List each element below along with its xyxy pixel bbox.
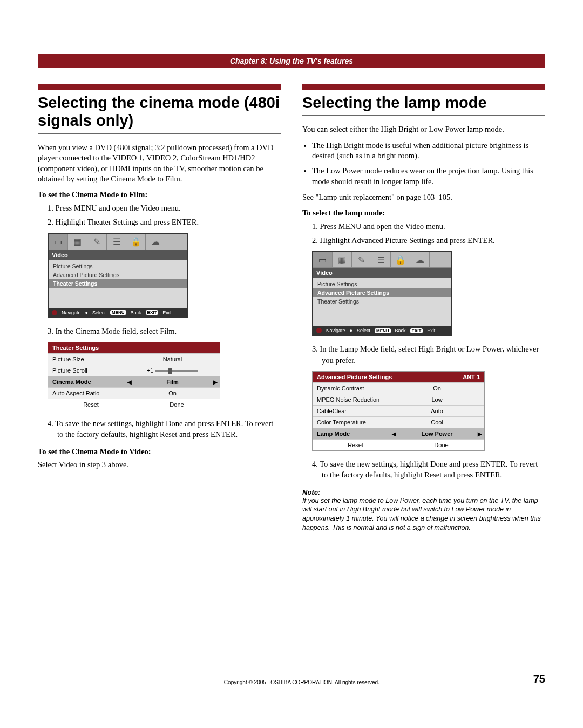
footer-select: Select: [92, 310, 106, 315]
menu-tab-icon: ✎: [87, 234, 107, 250]
left-intro: When you view a DVD (480i signal; 3:2 pu…: [38, 143, 281, 185]
footer-select: Select: [357, 328, 370, 333]
menu-tab-icon: ▭: [313, 252, 333, 267]
slider-thumb: [168, 368, 172, 374]
menu-tab-icon: ▭: [49, 234, 68, 250]
footer-exit: Exit: [162, 310, 171, 315]
menu-tab-icon: ☁: [410, 252, 430, 267]
menu-tab-icon: ✎: [352, 252, 371, 267]
menu-footer: Navigate ● Select MENU Back EXIT Exit: [49, 308, 187, 317]
bullet-high-bright: The High Bright mode is useful when addi…: [312, 140, 545, 161]
settings-header-right: ANT 1: [463, 374, 480, 380]
left-step-1: 1. Press MENU and open the Video menu.: [48, 203, 281, 213]
triangle-right-icon: ▶: [213, 379, 218, 385]
menu-tab-icon: ▦: [68, 234, 87, 250]
row-value: Auto: [390, 406, 484, 416]
row-value-highlight: ◀ Film ▶: [125, 376, 220, 387]
triangle-left-icon: ◀: [127, 379, 132, 385]
row-label-highlight: Cinema Mode: [48, 376, 125, 387]
menu-title: Video: [49, 250, 187, 260]
advanced-settings-table: Advanced Picture Settings ANT 1 Dynamic …: [312, 371, 485, 451]
row-value-text: Low Power: [422, 430, 453, 437]
menu-tab-icon: 🔒: [126, 234, 146, 250]
row-label: MPEG Noise Reduction: [313, 394, 390, 405]
video-menu-screenshot-right: ▭ ▦ ✎ ☰ 🔒 ☁ Video Picture Settings Advan…: [312, 251, 452, 336]
row-label: Color Temperature: [313, 417, 390, 428]
see-ref: See "Lamp unit replacement" on page 103–…: [302, 192, 545, 203]
menu-item: Theater Settings: [313, 297, 451, 306]
row-value: On: [125, 388, 220, 399]
row-value-highlight: ◀ Low Power ▶: [390, 428, 484, 439]
menu-item-selected: Theater Settings: [49, 279, 187, 288]
settings-header: Advanced Picture Settings: [317, 374, 392, 380]
menu-item: Picture Settings: [313, 280, 451, 288]
right-step-4: 4. To save the new settings, highlight D…: [312, 459, 545, 481]
triangle-right-icon: ▶: [478, 430, 482, 436]
bullet-low-power: The Low Power mode reduces wear on the p…: [312, 166, 545, 187]
menu-footer: Navigate ● Select MENU Back EXIT Exit: [313, 326, 451, 335]
footer-navigate: Navigate: [326, 328, 345, 333]
right-intro: You can select either the High Bright or…: [302, 124, 545, 135]
row-value: Natural: [125, 354, 220, 365]
settings-header: Theater Settings: [52, 345, 99, 351]
footer-navigate: Navigate: [62, 310, 81, 315]
menu-item: Advanced Picture Settings: [49, 271, 187, 279]
right-to-select: To select the lamp mode:: [302, 208, 545, 218]
footer-exit-btn: EXIT: [410, 328, 423, 333]
left-step-3: 3. In the Cinema Mode field, select Film…: [48, 326, 281, 336]
row-label: CableClear: [313, 406, 390, 416]
menu-tab-icon: ☁: [146, 234, 165, 250]
right-step-1: 1. Press MENU and open the Video menu.: [312, 221, 545, 232]
note-body: If you set the lamp mode to Low Power, e…: [302, 496, 545, 533]
nav-dot-icon: [52, 310, 57, 315]
note-heading: Note:: [302, 488, 545, 496]
reset-action: Reset: [313, 440, 398, 450]
done-action: Done: [398, 440, 484, 450]
video-menu-screenshot-left: ▭ ▦ ✎ ☰ 🔒 ☁ Video Picture Settings Advan…: [48, 233, 188, 318]
row-value-text: Film: [166, 379, 179, 385]
slider-value: +1: [147, 367, 154, 374]
row-label: Dynamic Contrast: [313, 383, 390, 394]
right-step-3: 3. In the Lamp Mode field, select High B…: [312, 343, 545, 366]
page-number: 75: [533, 673, 545, 685]
right-column: Selecting the lamp mode You can select e…: [302, 84, 545, 532]
row-value: Cool: [390, 417, 484, 428]
slider-track: [155, 370, 198, 372]
row-label-highlight: Lamp Mode: [313, 428, 390, 439]
footer-menu-btn: MENU: [110, 310, 126, 315]
right-title: Selecting the lamp mode: [302, 84, 545, 116]
menu-item: Picture Settings: [49, 262, 187, 271]
right-step-2: 2. Highlight Advanced Picture Settings a…: [312, 235, 545, 246]
footer-exit: Exit: [427, 328, 435, 333]
row-value: Low: [390, 394, 484, 405]
left-to-video-body: Select Video in step 3 above.: [38, 460, 281, 470]
menu-tab-icon: ☰: [371, 252, 391, 267]
left-to-set: To set the Cinema Mode to Film:: [38, 190, 281, 199]
row-value: On: [390, 383, 484, 394]
menu-title: Video: [313, 268, 451, 278]
chapter-header: Chapter 8: Using the TV's features: [38, 54, 545, 68]
left-to-video: To set the Cinema Mode to Video:: [38, 447, 281, 456]
menu-item-selected: Advanced Picture Settings: [313, 288, 451, 297]
row-label: Picture Size: [48, 354, 125, 365]
footer-exit-btn: EXIT: [146, 310, 159, 315]
menu-tab-icon: 🔒: [391, 252, 410, 267]
reset-action: Reset: [48, 399, 134, 410]
menu-tab-icon: ▦: [333, 252, 352, 267]
footer-back: Back: [131, 310, 141, 315]
nav-dot-icon: [316, 328, 322, 333]
row-label: Picture Scroll: [48, 365, 125, 376]
left-title: Selecting the cinema mode (480i signals …: [38, 84, 281, 134]
done-action: Done: [134, 399, 220, 410]
copyright: Copyright © 2005 TOSHIBA CORPORATION. Al…: [70, 679, 533, 685]
menu-tab-icon: ☰: [107, 234, 126, 250]
footer-menu-btn: MENU: [375, 328, 391, 333]
left-step-4: 4. To save the new settings, highlight D…: [48, 418, 281, 440]
left-column: Selecting the cinema mode (480i signals …: [38, 84, 281, 532]
triangle-left-icon: ◀: [392, 430, 396, 436]
left-step-2: 2. Highlight Theater Settings and press …: [48, 217, 281, 227]
theater-settings-table: Theater Settings Picture Size Natural Pi…: [48, 342, 220, 410]
row-label: Auto Aspect Ratio: [48, 388, 125, 399]
row-value-slider: +1: [125, 365, 220, 376]
footer-back: Back: [395, 328, 406, 333]
